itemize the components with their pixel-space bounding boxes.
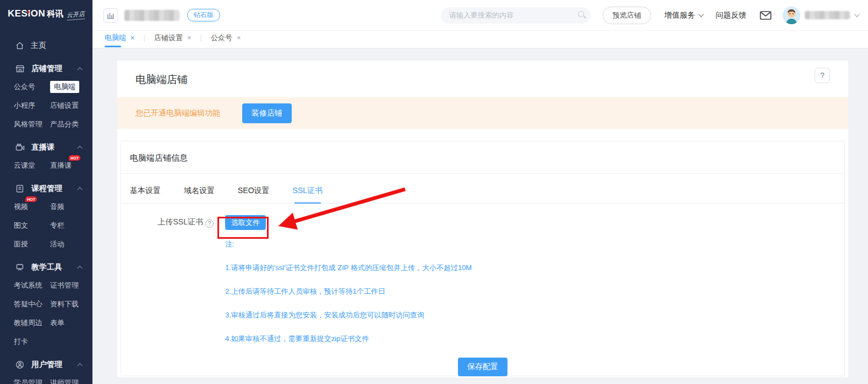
chevron-down-icon[interactable] — [854, 12, 860, 17]
search-icon[interactable] — [578, 11, 584, 17]
sidebar-section-items: 学员管理 讲师管理 分组管理 — [14, 378, 92, 384]
sidebar-item[interactable]: 产品分类 — [50, 119, 79, 129]
app-logo[interactable]: KESION 科讯 云开店 — [0, 0, 92, 26]
sidebar-item[interactable]: 面授 — [14, 239, 28, 249]
help-circle-icon[interactable]: ? — [205, 220, 214, 228]
sidebar-section-title: 教学工具 — [31, 262, 62, 272]
close-icon[interactable]: × — [130, 34, 135, 42]
sidebar-item[interactable]: 专栏 — [50, 221, 64, 231]
sidebar-section-items: 视频HOT 音频 图文 专栏 面授 活动 — [14, 202, 92, 249]
sidebar-section-users-header[interactable]: 用户管理 — [0, 360, 92, 370]
sidebar-item[interactable]: 证书管理 — [50, 281, 79, 290]
version-badge[interactable]: 钻石版 — [187, 9, 220, 21]
close-icon[interactable]: × — [187, 34, 192, 42]
sidebar-item[interactable]: 活动 — [50, 239, 64, 249]
preview-shop-button[interactable]: 预览店铺 — [603, 7, 651, 24]
sidebar-item[interactable]: 打卡 — [14, 337, 28, 347]
sidebar-section-tools-header[interactable]: 教学工具 — [0, 262, 92, 272]
sidebar-item[interactable]: 小程序 — [14, 101, 35, 111]
sidebar-section-title: 用户管理 — [31, 360, 62, 370]
sidebar-item[interactable]: 店铺设置 — [50, 101, 79, 111]
course-doc-icon — [15, 184, 25, 193]
sidebar-item-home[interactable]: 主页 — [0, 26, 92, 51]
sidebar-section-items: 考试系统 证书管理 答疑中心 资料下载 教辅周边 表单 打卡 — [14, 281, 92, 347]
save-config-button[interactable]: 保存配置 — [458, 358, 507, 376]
top-header: 钻石版 预览店铺 增值服务 问题反馈 — [92, 0, 868, 30]
ssl-notes: 注: 1.请将申请好的'ssl'证书文件打包成 ZIP 格式的压缩包并上传，大小… — [225, 239, 844, 344]
sidebar-section-course: 课程管理 视频HOT 音频 图文 专栏 面授 活动 — [0, 184, 92, 249]
main-area: 钻石版 预览店铺 增值服务 问题反馈 电脑端× | 店铺设置× | 公众号× — [92, 0, 868, 384]
ssl-upload-row: 上传SSL证书? 选取文件 — [121, 215, 844, 230]
sidebar-item[interactable]: 视频HOT — [14, 202, 28, 212]
select-file-button[interactable]: 选取文件 — [225, 215, 266, 230]
sidebar-item[interactable]: 讲师管理 — [50, 378, 79, 384]
user-avatar[interactable] — [783, 7, 800, 24]
shop-stats-icon[interactable] — [103, 8, 118, 23]
mail-icon[interactable] — [760, 10, 772, 20]
chevron-up-icon[interactable] — [77, 67, 83, 72]
sidebar-item[interactable]: 考试系统 — [14, 281, 42, 290]
close-icon[interactable]: × — [237, 34, 241, 42]
sidebar-item[interactable]: 学员管理 — [14, 378, 42, 384]
sidebar-item-active[interactable]: 电脑端 — [50, 81, 79, 93]
sidebar-item[interactable]: 音频 — [50, 202, 64, 212]
tab-separator: | — [144, 34, 145, 45]
sidebar-section-tools: 教学工具 考试系统 证书管理 答疑中心 资料下载 教辅周边 表单 打卡 — [0, 262, 92, 347]
sidebar-section-live: 直播课 云课堂 直播课HOT — [0, 142, 92, 171]
ssl-upload-label: 上传SSL证书? — [121, 217, 214, 228]
shop-name-redacted — [124, 10, 179, 21]
sidebar-item[interactable]: 表单 — [50, 318, 64, 328]
sidebar-item[interactable]: 答疑中心 — [14, 299, 42, 309]
sidebar-item[interactable]: 图文 — [14, 221, 28, 231]
search-input[interactable] — [441, 7, 591, 24]
sidebar-section-title: 店铺管理 — [31, 64, 62, 74]
note-item: 3.审核通过后将直接为您安装，安装成功后您可以随时访问查询 — [225, 310, 844, 320]
sidebar: KESION 科讯 云开店 主页 店铺管理 公众号 电脑端 小程序 店铺设置 风… — [0, 0, 92, 384]
sidebar-section-items: 公众号 电脑端 小程序 店铺设置 风格管理 产品分类 — [14, 82, 92, 129]
chevron-up-icon[interactable] — [77, 265, 83, 271]
user-name-redacted — [805, 11, 850, 19]
chevron-up-icon[interactable] — [77, 363, 83, 368]
chevron-up-icon[interactable] — [77, 145, 83, 151]
sidebar-section-live-header[interactable]: 直播课 — [0, 142, 92, 152]
sidebar-section-course-header[interactable]: 课程管理 — [0, 184, 92, 194]
sidebar-item[interactable]: 直播课HOT — [50, 161, 72, 171]
hot-badge: HOT — [25, 196, 37, 202]
sidebar-item[interactable]: 云课堂 — [14, 161, 35, 171]
logo-slogan: 云开店 — [67, 10, 85, 20]
page-title: 电脑端店铺 — [135, 73, 848, 87]
notes-title: 注: — [225, 239, 844, 249]
help-button[interactable]: ? — [815, 68, 830, 83]
tab-shop-settings[interactable]: 店铺设置× — [152, 33, 194, 46]
tab-ssl-certificate[interactable]: SSL证书 — [293, 186, 323, 203]
value-added-services-menu[interactable]: 增值服务 — [664, 10, 702, 20]
header-actions: 预览店铺 增值服务 问题反馈 — [441, 7, 858, 24]
sidebar-item[interactable]: 公众号 — [14, 82, 35, 92]
decorate-shop-button[interactable]: 装修店铺 — [242, 103, 292, 123]
tab-domain-settings[interactable]: 域名设置 — [184, 186, 215, 203]
user-icon — [15, 360, 25, 369]
open-tabs-bar: 电脑端× | 店铺设置× | 公众号× — [92, 30, 868, 48]
note-item: 4.如果审核不通过，需要重新提交zip证书文件 — [225, 334, 844, 344]
sidebar-item[interactable]: 资料下载 — [50, 299, 79, 309]
tab-official-account[interactable]: 公众号× — [209, 33, 243, 46]
logo-brand-cn: 科讯 — [47, 9, 63, 19]
sidebar-item[interactable]: 教辅周边 — [14, 318, 42, 328]
feedback-link[interactable]: 问题反馈 — [716, 10, 746, 20]
note-item: 2.上传后请等待工作人员审核，预计等待1个工作日 — [225, 287, 844, 297]
chevron-down-icon — [698, 12, 704, 17]
chevron-up-icon[interactable] — [77, 186, 83, 192]
card-title: 电脑端店铺信息 — [121, 141, 844, 174]
sidebar-item[interactable]: 风格管理 — [14, 119, 42, 129]
notice-bar: 您已开通电脑端编辑功能 装修店铺 — [117, 97, 848, 129]
sidebar-section-shop-header[interactable]: 店铺管理 — [0, 64, 92, 74]
tab-basic-settings[interactable]: 基本设置 — [130, 186, 161, 203]
sidebar-section-title: 直播课 — [31, 142, 54, 152]
logo-brand: KESION — [8, 8, 45, 19]
sidebar-section-users: 用户管理 学员管理 讲师管理 分组管理 — [0, 360, 92, 384]
note-item: 1.请将申请好的'ssl'证书文件打包成 ZIP 格式的压缩包并上传，大小不超过… — [225, 263, 844, 273]
shop-info-card: 电脑端店铺信息 基本设置 域名设置 SEO设置 SSL证书 上传SSL证书? 选… — [121, 141, 845, 376]
tab-seo-settings[interactable]: SEO设置 — [238, 186, 270, 203]
tab-pc[interactable]: 电脑端× — [102, 33, 137, 46]
sidebar-item-label: 主页 — [31, 41, 46, 51]
